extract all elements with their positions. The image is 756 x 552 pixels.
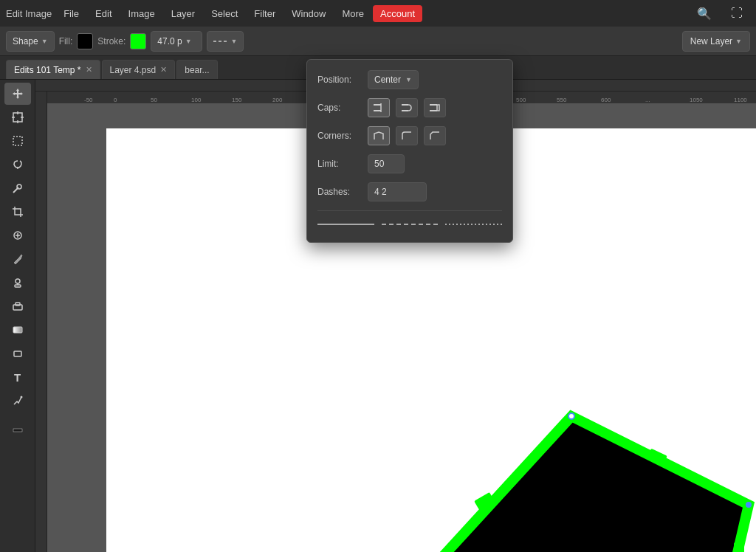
svg-rect-13 — [16, 303, 20, 306]
fill-label: Fill: — [59, 36, 73, 46]
dash-solid[interactable] — [317, 217, 374, 232]
search-button[interactable]: 🔍 — [691, 2, 718, 24]
limit-row: Limit: 50 — [317, 154, 502, 173]
shape-svg — [365, 357, 756, 552]
menu-item-more[interactable]: More — [334, 5, 371, 22]
menu-item-select[interactable]: Select — [204, 5, 245, 22]
stroke-size-input[interactable]: 47.0 p ▼ — [151, 31, 202, 52]
tool-gradient[interactable] — [4, 319, 31, 341]
tool-fill[interactable] — [4, 416, 31, 438]
svg-point-9 — [16, 279, 20, 283]
tool-eraser[interactable] — [4, 295, 31, 317]
tool-text[interactable]: T — [4, 366, 31, 388]
new-layer-chevron: ▼ — [735, 38, 742, 45]
menu-item-account[interactable]: Account — [373, 5, 422, 22]
vertical-ruler — [35, 80, 47, 552]
dashes-label: Dashes: — [317, 187, 362, 197]
tool-move[interactable] — [4, 83, 31, 105]
dash-line-preview — [213, 41, 227, 42]
menu-bar: Edit Image File Edit Image Layer Select … — [0, 0, 756, 27]
tool-pen[interactable] — [4, 390, 31, 412]
segment-handle-3[interactable] — [734, 542, 744, 552]
svg-rect-25 — [437, 105, 439, 111]
corner-round-button[interactable] — [396, 126, 418, 145]
menu-item-filter[interactable]: Filter — [247, 5, 283, 22]
tab-layer4-label: Layer 4.psd — [110, 65, 157, 75]
dashes-row: Dashes: 4 2 — [317, 182, 502, 201]
menu-item-image[interactable]: Image — [121, 5, 162, 22]
menu-item-edit[interactable]: Edit — [88, 5, 119, 22]
svg-rect-5 — [13, 137, 22, 145]
tab-bear-label: bear... — [185, 65, 209, 75]
svg-rect-10 — [15, 285, 21, 287]
svg-rect-14 — [13, 327, 22, 333]
stroke-label: Stroke: — [97, 36, 126, 46]
new-layer-button[interactable]: New Layer ▼ — [682, 31, 750, 52]
tool-stamp[interactable] — [4, 272, 31, 294]
corners-row: Corners: — [317, 126, 502, 145]
dash-patterns — [317, 210, 502, 232]
position-chevron: ▼ — [405, 76, 412, 83]
tool-brush[interactable] — [4, 248, 31, 270]
control-point-2[interactable] — [568, 413, 574, 419]
svg-point-16 — [20, 396, 22, 399]
limit-input-field[interactable]: 50 — [368, 154, 405, 173]
dashes-value: 4 2 — [374, 187, 387, 197]
cap-butt-button[interactable] — [368, 98, 390, 117]
dash-style-button[interactable]: ▼ — [207, 31, 244, 52]
stroke-popup: Position: Center ▼ Caps: — [306, 59, 513, 243]
toolbar: Shape ▼ Fill: Stroke: 47.0 p ▼ ▼ New Lay… — [0, 27, 756, 56]
tool-selection[interactable] — [4, 130, 31, 152]
tab-layer4[interactable]: Layer 4.psd ✕ — [102, 60, 176, 79]
dash-dotted-preview — [445, 224, 502, 225]
tab-layer4-close[interactable]: ✕ — [160, 65, 167, 75]
shape-label: Shape — [13, 36, 38, 46]
cap-square-button[interactable] — [424, 98, 446, 117]
position-value: Center — [374, 75, 401, 85]
tab-edits-label: Edits 101 Temp * — [14, 65, 81, 75]
tool-heal[interactable] — [4, 224, 31, 246]
corner-bevel-button[interactable] — [424, 126, 446, 145]
shape-chevron: ▼ — [41, 38, 48, 45]
menu-item-window[interactable]: Window — [284, 5, 333, 22]
tab-edits[interactable]: Edits 101 Temp * ✕ — [6, 60, 100, 79]
control-point-3[interactable] — [746, 502, 752, 508]
fullscreen-button[interactable]: ⛶ — [724, 2, 750, 24]
dashes-input-field[interactable]: 4 2 — [368, 182, 427, 201]
svg-rect-15 — [14, 351, 21, 356]
dash-dashed-preview — [382, 224, 439, 225]
stroke-swatch[interactable] — [130, 33, 146, 49]
dash-dashed[interactable] — [382, 217, 439, 232]
svg-point-7 — [17, 184, 21, 189]
position-select[interactable]: Center ▼ — [368, 70, 419, 89]
tool-crop[interactable] — [4, 201, 31, 223]
shape-button[interactable]: Shape ▼ — [6, 31, 55, 52]
fill-swatch[interactable] — [77, 33, 93, 49]
caps-row: Caps: — [317, 98, 502, 117]
app-title: Edit Image — [6, 8, 52, 19]
tool-wand[interactable] — [4, 177, 31, 199]
cap-round-button[interactable] — [396, 98, 418, 117]
tools-panel: T — [0, 80, 35, 552]
new-layer-label: New Layer — [690, 36, 732, 46]
menu-item-layer[interactable]: Layer — [164, 5, 203, 22]
stroke-size-chevron: ▼ — [185, 38, 192, 45]
caps-label: Caps: — [317, 103, 362, 113]
tool-lasso[interactable] — [4, 153, 31, 176]
tool-artboard[interactable] — [4, 106, 31, 128]
dash-chevron: ▼ — [230, 38, 237, 45]
corners-label: Corners: — [317, 131, 362, 141]
menu-item-file[interactable]: File — [56, 5, 86, 22]
svg-rect-17 — [13, 429, 22, 432]
tool-shape[interactable] — [4, 342, 31, 365]
position-row: Position: Center ▼ — [317, 70, 502, 89]
corner-miter-button[interactable] — [368, 126, 390, 145]
tab-edits-close[interactable]: ✕ — [86, 65, 92, 75]
limit-label: Limit: — [317, 159, 362, 169]
dash-solid-preview — [317, 224, 374, 225]
dash-dotted[interactable] — [445, 217, 502, 232]
position-label: Position: — [317, 75, 362, 85]
limit-value: 50 — [374, 159, 384, 169]
tab-bear[interactable]: bear... — [176, 60, 217, 79]
stroke-size-value: 47.0 p — [157, 36, 182, 46]
